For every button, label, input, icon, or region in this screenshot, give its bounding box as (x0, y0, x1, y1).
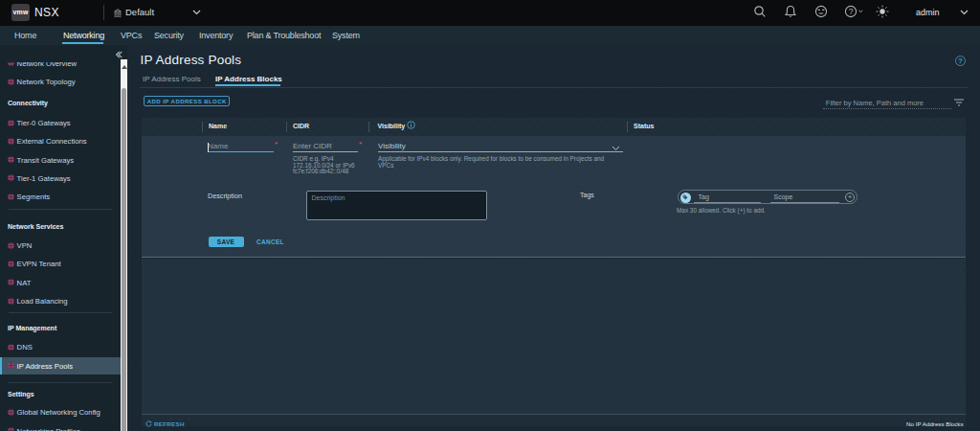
svg-text:?: ? (849, 7, 854, 16)
